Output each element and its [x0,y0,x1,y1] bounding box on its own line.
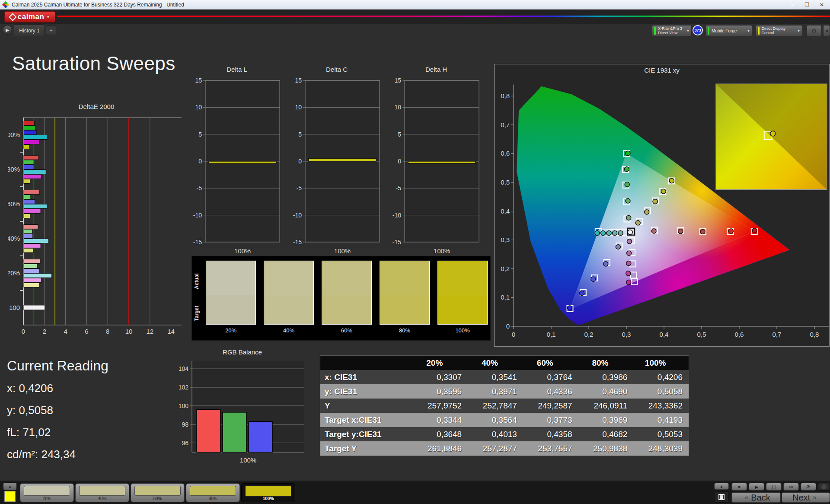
deltae2000-chart: DeltaE 2000 100%80%60%40%20%100024681012… [8,103,185,341]
next-button[interactable]: Next » [782,492,830,503]
swatch-60% [322,261,372,325]
svg-text:0,6: 0,6 [735,331,744,338]
patch-label: 80% [186,496,239,501]
stop-button[interactable]: ■ [731,483,747,491]
patch-button-60%[interactable]: 60% [131,483,185,502]
svg-text:4: 4 [64,328,67,335]
swatch-80% [380,261,430,325]
current-reading-title: Current Reading [7,358,109,374]
svg-text:15: 15 [195,77,202,84]
back-button[interactable]: « Back [731,492,781,503]
patch-button-100%[interactable]: 100% [241,483,295,502]
svg-text:0,2: 0,2 [501,265,510,272]
maximize-icon[interactable]: ❐ [800,0,814,10]
history-nav-button[interactable]: ▶ [3,25,12,35]
table-cell: 257,9752 [412,401,468,411]
tab-history-1[interactable]: History 1 [14,24,45,36]
close-icon[interactable]: ✕ [814,0,829,10]
deltaH-plot: 151050-5-10-15100% [388,75,484,260]
patch-button-80%[interactable]: 80% [186,483,240,502]
record-indicator-button[interactable] [818,483,830,491]
current-reading-panel: Current Reading x: 0,4206 y: 0,5058 fL: … [7,358,109,470]
source-dropdown[interactable]: Mobile Forge ▼ [706,25,752,36]
svg-text:-5: -5 [197,185,202,191]
patch-label: 20% [20,496,73,501]
swatch-100% [437,261,488,325]
svg-text:20%: 20% [8,269,20,277]
patch-label: 40% [76,496,129,501]
svg-text:100%: 100% [240,456,256,464]
back-label: Back [751,493,770,503]
tab-row: ▶ History 1 + X-Rite i1Pro 3 Direct View… [0,24,830,36]
page-title: Saturation Sweeps [12,53,176,74]
deltaL-plot: 151050-5-10-15100% [189,75,285,260]
table-row: x: CIE310,33070,35410,37640,39860,4206 [320,370,689,384]
svg-text:0: 0 [512,331,515,338]
add-tab-button[interactable]: + [46,26,56,35]
table-cell: 0,4682 [578,430,634,439]
patch-button-20%[interactable]: 20% [20,483,74,502]
cie-plot: 00,10,20,30,40,50,60,70,800,10,20,30,40,… [495,76,829,345]
swatch-label: 60% [322,327,372,334]
table-cell: 0,3969 [578,415,634,425]
next-label: Next [792,493,810,503]
table-row: Target y:CIE310,36480,40130,43580,46820,… [320,427,689,441]
table-cell: 253,7557 [523,444,578,453]
deltaC-plot: 151050-5-10-15100% [289,75,385,260]
reading-x: x: 0,4206 [7,382,109,395]
calman-menu-button[interactable]: calman ▼ [4,11,55,22]
svg-text:5: 5 [398,131,401,138]
chevron-down-icon: ▼ [46,15,50,19]
continuous-mode-button[interactable]: ∞ [783,483,799,491]
table-column-header: 60% [523,358,578,368]
display-control-dropdown[interactable]: Direct Display Control ▼ [756,25,802,36]
svg-text:10: 10 [295,104,302,111]
step-mode-button[interactable]: [·] [766,483,782,491]
svg-text:-5: -5 [396,185,402,191]
svg-text:-10: -10 [193,212,202,219]
table-cell: 246,0911 [578,401,634,411]
target-row-label: Target [194,296,202,331]
deltaC-chart-title: Delta C [289,66,385,75]
table-row: Y257,9752252,7847249,2587246,0911243,336… [320,399,689,413]
refresh-button[interactable]: ⟳ [801,483,816,491]
svg-text:60%: 60% [8,200,20,207]
table-cell: 0,4206 [633,373,689,382]
expand-transport-button[interactable]: ▲ [714,483,729,490]
meter-dropdown[interactable]: X-Rite i1Pro 3 Direct View ▼ [652,25,692,36]
deltae2000-chart-title: DeltaE 2000 [8,103,185,112]
minimize-icon[interactable]: – [785,0,800,10]
display-control-name: Direct Display Control [762,26,795,35]
svg-text:-15: -15 [193,239,202,246]
table-cell: 249,2587 [523,401,578,411]
settings-button[interactable]: ⚙ [807,25,821,36]
patch-window-button[interactable] [714,491,729,503]
swatch-label: 20% [206,327,256,334]
table-column-header: 40% [468,358,523,368]
deltaL-chart-title: Delta L [189,66,285,75]
svg-text:0,4: 0,4 [660,331,669,338]
patch-window-icon [718,494,725,500]
svg-text:10: 10 [195,104,202,111]
rgb-balance-chart: RGB Balance 9698100102104100% [176,348,308,468]
svg-text:98: 98 [182,421,188,428]
expand-patch-tray-button[interactable]: ▲ [3,483,16,490]
svg-text:80%: 80% [8,166,20,173]
table-column-header: 100% [633,358,689,368]
svg-text:0: 0 [22,328,25,335]
svg-text:10: 10 [125,328,133,335]
actual-target-swatch-panel: Actual Target 20%40%60%80%100% [192,256,491,341]
measurement-table: 20%40%60%80%100%x: CIE310,33070,35410,37… [320,355,689,456]
svg-text:-15: -15 [393,239,401,246]
table-cell: 0,3764 [523,373,578,382]
swatch-label: 80% [380,327,430,334]
table-cell: 261,8846 [412,444,468,453]
gear-icon: ⚙ [811,27,817,34]
source-status-stripe [708,27,709,35]
collapse-panel-button[interactable]: ◀ [823,25,830,36]
table-cell: 248,3039 [633,444,689,453]
patch-swatch [79,486,125,496]
svg-text:104: 104 [179,365,189,372]
patch-button-40%[interactable]: 40% [75,483,129,502]
play-button[interactable]: ▶ [749,483,764,491]
